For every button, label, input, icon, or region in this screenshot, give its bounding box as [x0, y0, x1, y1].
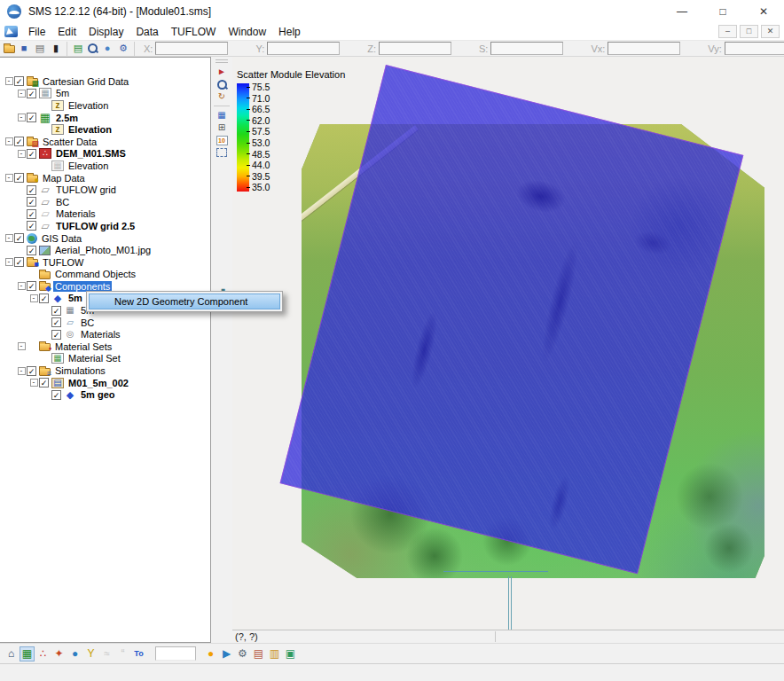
tree-item-elevation[interactable]: ▦Elevation [0, 160, 210, 172]
trash-delete-icon[interactable]: ▮ [49, 42, 63, 55]
tree-item-tuflow[interactable]: -✓■TUFLOW [0, 256, 210, 269]
y-input[interactable] [267, 42, 340, 55]
create-grid-frame-tool-icon[interactable]: ▦ [215, 109, 230, 121]
close-button[interactable]: ✕ [743, 0, 784, 23]
annotation-module-icon[interactable]: “ [115, 646, 130, 661]
tree-item-dem-m01-sms[interactable]: -✓∴DEM_M01.SMS [0, 148, 210, 160]
mesh-module-icon[interactable]: ✦ [51, 646, 67, 661]
tree-item-bc[interactable]: ✓▱BC [0, 196, 210, 208]
tree-item-aerial-photo-m01-jpg[interactable]: ✓Aerial_Photo_M01.jpg [0, 244, 210, 256]
floppy-save-icon[interactable]: ■ [17, 42, 31, 55]
green-doc-icon[interactable]: ▤ [71, 42, 85, 55]
collapse-toggle[interactable]: - [5, 137, 13, 145]
menu-edit[interactable]: Edit [51, 24, 82, 40]
cartesian-grid-module-icon[interactable]: ▦ [20, 646, 35, 661]
mdi-close-button[interactable]: ✕ [761, 25, 780, 38]
visibility-checkbox[interactable]: ✓ [27, 221, 36, 231]
menu-file[interactable]: File [22, 24, 51, 40]
tree-item-material-sets[interactable]: -▪Material Sets [0, 340, 210, 353]
visibility-checkbox[interactable]: ✓ [27, 197, 36, 207]
z-input[interactable] [379, 42, 451, 55]
collapse-toggle[interactable]: - [18, 150, 26, 158]
tree-item-5m-geo[interactable]: ✓◆5m geo [0, 388, 210, 401]
visibility-checkbox[interactable]: ✓ [27, 149, 36, 159]
menu-tuflow[interactable]: TUFLOW [165, 24, 223, 40]
visibility-checkbox[interactable]: ✓ [51, 317, 61, 327]
collapse-toggle[interactable]: - [5, 174, 13, 182]
collapse-toggle[interactable]: - [18, 342, 26, 350]
tree-item-bc[interactable]: ✓▱BC [0, 317, 210, 329]
collapse-toggle[interactable]: - [30, 294, 38, 302]
minimize-button[interactable]: — [662, 0, 702, 23]
visibility-checkbox[interactable]: ✓ [14, 173, 24, 183]
menu-help[interactable]: Help [272, 24, 307, 40]
menu-window[interactable]: Window [222, 24, 272, 40]
visibility-checkbox[interactable]: ✓ [27, 366, 36, 376]
tree-item-tuflow-grid[interactable]: ✓▱TUFLOW grid [0, 184, 210, 196]
house-home-icon[interactable]: ⌂ [4, 646, 19, 661]
s-input[interactable] [490, 42, 563, 55]
collapse-toggle[interactable]: - [5, 77, 13, 85]
visibility-checkbox[interactable]: ✓ [14, 76, 24, 86]
mdi-restore-button[interactable]: □ [740, 25, 758, 38]
tree-item-map-data[interactable]: -✓●Map Data [0, 172, 210, 184]
tree-item-m01-5m-002[interactable]: -✓▤M01_5m_002 [0, 377, 210, 389]
scatter-module-icon[interactable]: ∴ [35, 646, 51, 661]
visibility-checkbox[interactable]: ✓ [27, 113, 36, 122]
printer-icon[interactable]: ▤ [33, 42, 47, 55]
map-canvas[interactable]: Scatter Module Elevation 75.571.066.562.… [232, 57, 784, 630]
globe-small-icon[interactable]: ● [100, 42, 114, 55]
dynamic-model-icon[interactable]: To [131, 646, 146, 661]
project-explorer-tree[interactable]: -✓▦Cartesian Grid Data-✓▦5mzElevation-✓▦… [0, 57, 211, 643]
mdi-minimize-button[interactable]: – [718, 25, 737, 38]
tree-item-materials[interactable]: ✓▱Materials [0, 208, 210, 221]
tree-item-cartesian-grid-data[interactable]: -✓▦Cartesian Grid Data [0, 75, 210, 88]
select-grid-cells-tool-icon[interactable] [215, 146, 230, 159]
tree-item-simulations[interactable]: -✓≡Simulations [0, 364, 210, 377]
visibility-checkbox[interactable]: ✓ [51, 306, 61, 316]
grid-frame-tool-icon[interactable]: ⊞ [215, 121, 230, 134]
gear-tools-icon[interactable]: ⚙ [116, 42, 130, 55]
visibility-checkbox[interactable]: ✓ [14, 137, 24, 146]
collapse-toggle[interactable]: - [18, 367, 26, 375]
visibility-checkbox[interactable]: ✓ [39, 294, 49, 303]
select-pointer-tool-icon[interactable]: ► [215, 66, 230, 78]
collapse-toggle[interactable]: - [18, 90, 26, 98]
x-input[interactable] [155, 42, 228, 55]
material-card-icon[interactable]: ▤ [251, 646, 266, 661]
tree-item-2-5m[interactable]: -✓▦2.5m [0, 112, 210, 124]
context-menu-item-new-2d-geometry-component[interactable]: New 2D Geometry Component [89, 294, 280, 309]
visibility-checkbox[interactable]: ✓ [27, 246, 36, 255]
gear-settings-icon[interactable]: ⚙ [235, 646, 250, 661]
visibility-checkbox[interactable]: ✓ [27, 185, 36, 195]
rotate-tool-icon[interactable]: ↻ [215, 90, 230, 103]
tree-item-tuflow-grid-2-5[interactable]: ✓▱TUFLOW grid 2.5 [0, 220, 210, 232]
collapse-toggle[interactable]: - [18, 114, 26, 121]
visibility-checkbox[interactable]: ✓ [39, 378, 49, 387]
visibility-checkbox[interactable]: ✓ [27, 89, 36, 98]
tree-item-scatter-data[interactable]: -✓▨Scatter Data [0, 136, 210, 148]
tree-item-materials[interactable]: ✓◎Materials [0, 328, 210, 340]
visibility-checkbox[interactable]: ✓ [14, 233, 24, 243]
collapse-toggle[interactable]: - [5, 258, 13, 266]
folder-open-icon[interactable] [4, 45, 15, 53]
tree-item-elevation[interactable]: zElevation [0, 123, 210, 136]
stack-books-icon[interactable]: ▥ [267, 646, 282, 661]
renumber-grid-10-tool-icon[interactable]: 10 [215, 134, 230, 146]
collapse-toggle[interactable]: - [5, 234, 13, 242]
gis-globe-module-icon[interactable]: ● [67, 646, 82, 661]
film-loop-play-icon[interactable]: ▶ [219, 646, 234, 661]
tree-item-gis-data[interactable]: -✓GIS Data [0, 232, 210, 245]
collapse-toggle[interactable]: - [30, 379, 38, 387]
visibility-checkbox[interactable]: ✓ [27, 209, 36, 219]
droplet-time-icon[interactable]: ● [203, 646, 218, 661]
visibility-checkbox[interactable]: ✓ [27, 281, 36, 291]
menu-data[interactable]: Data [129, 24, 164, 40]
maximize-button[interactable]: □ [702, 0, 743, 23]
menu-display[interactable]: Display [82, 24, 129, 40]
map-module-icon[interactable]: Y [83, 646, 98, 661]
vy-input[interactable] [725, 42, 784, 55]
tree-item-elevation[interactable]: zElevation [0, 99, 210, 112]
vx-input[interactable] [608, 42, 680, 55]
tree-item-material-set[interactable]: ▦Material Set [0, 353, 210, 365]
